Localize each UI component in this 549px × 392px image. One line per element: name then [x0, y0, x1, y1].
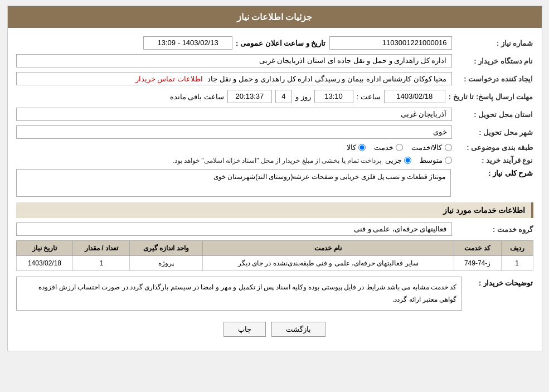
radio-jozei[interactable]: [404, 157, 411, 164]
shomara-niaz-value: 1103001221000016: [329, 36, 452, 50]
buttons-row: بازگشت چاپ: [16, 322, 533, 337]
tarikh-aalan-value: 1403/02/13 - 13:09: [143, 36, 232, 50]
gorooh-khadamat-label: گروه خدمت :: [455, 225, 533, 234]
baqi-mande-label: ساعت باقی مانده: [170, 93, 224, 101]
rooz-label: روز و: [295, 93, 311, 101]
saat-label: ساعت :: [357, 93, 381, 101]
page-title: جزئیات اطلاعات نیاز: [8, 6, 542, 28]
motevaset-label: متوسط: [420, 156, 443, 164]
rooz-value: 4: [275, 90, 292, 103]
ijad-konande-value: محیا کوکان کارشناس اداره بیمان و رسیدگی …: [207, 75, 447, 83]
col-name: نام خدمت: [202, 241, 454, 256]
kala-khadamat-label: کالا/خدمت: [411, 143, 443, 152]
name-dastgah-label: نام دستگاه خریدار :: [455, 57, 533, 65]
ijad-konande-container: محیا کوکان کارشناس اداره بیمان و رسیدگی …: [16, 72, 452, 85]
col-vahed: واحد اندازه گیری: [130, 241, 202, 256]
table-row: 1ز-74-749سایر فعالیتهای حرفه‌ای، علمی و …: [16, 256, 533, 271]
khadamat-morred-header: اطلاعات خدمات مورد نیاز: [16, 202, 533, 218]
ijad-konande-label: ایجاد کننده درخواست :: [455, 75, 533, 83]
radio-motevaset[interactable]: [445, 157, 452, 164]
back-button[interactable]: بازگشت: [271, 322, 325, 337]
tarikh-value: 1403/02/18: [384, 90, 445, 103]
tawzihat-value: کد خدمت مشابه می باشد.شرایط در فایل پیوس…: [16, 277, 462, 311]
tawzihat-label: توضیحات خریدار :: [467, 277, 533, 287]
nooe-farayand-radios: متوسط جزیی: [385, 156, 452, 164]
nooe-farayand-text: پرداخت تمام یا بخشی از مبلغ خریدار از مح…: [172, 157, 381, 164]
shahr-label: شهر محل تحویل :: [455, 128, 533, 137]
ostan-label: استان محل تحویل :: [455, 110, 533, 119]
radio-kala[interactable]: [358, 144, 366, 151]
baqi-mande-value: 20:13:37: [227, 90, 272, 103]
tabaqe-radios: کالا/خدمت خدمت کالا: [347, 143, 452, 152]
gorooh-khadamat-value: فعالیتهای حرفه‌ای، علمی و فنی: [16, 222, 452, 236]
service-table: ردیف کد خدمت نام خدمت واحد اندازه گیری ت…: [16, 240, 533, 271]
kala-label: کالا: [347, 143, 356, 152]
radio-khadamat[interactable]: [396, 144, 403, 151]
nooe-farayand-label: نوع فرآیند خرید :: [455, 156, 533, 164]
col-tarikh: تاریخ نیاز: [16, 241, 73, 256]
khadamat-label: خدمت: [374, 143, 393, 152]
col-tedad: تعداد / مقدار: [73, 241, 130, 256]
mohlat-label: مهلت ارسال پاسخ: تا تاریخ :: [449, 93, 533, 101]
ijad-konande-link[interactable]: اطلاعات تماس خریدار: [135, 75, 203, 83]
tabaqe-label: طبقه بندی موضوعی :: [455, 143, 533, 152]
jozei-label: جزیی: [385, 156, 402, 164]
col-radif: ردیف: [501, 241, 533, 256]
radio-kala-khadamat[interactable]: [445, 144, 452, 151]
shahr-value: خوی: [16, 125, 452, 139]
ostan-value: آذربایجان غربی: [16, 108, 452, 121]
print-button[interactable]: چاپ: [224, 322, 266, 337]
name-dastgah-value: اداره کل راهداری و حمل و نقل جاده ای است…: [16, 54, 452, 67]
sharh-label: شرح کلی نیاز :: [455, 169, 533, 177]
tarikh-aalan-label: تاریخ و ساعت اعلان عمومی :: [236, 39, 325, 47]
sharh-value: مونتاژ قطعات و نصب پل فلزی خریابی و صفحا…: [16, 169, 451, 197]
col-kod: کد خدمت: [454, 241, 501, 256]
shomara-niaz-label: شماره نیاز :: [455, 39, 533, 47]
saat-value: 13:10: [314, 90, 353, 103]
